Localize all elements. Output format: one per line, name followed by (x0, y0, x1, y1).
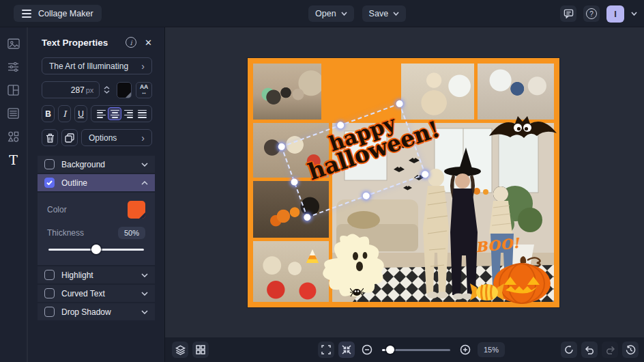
refresh-icon (564, 345, 574, 354)
zoom-level-indicator[interactable]: 15% (478, 342, 505, 357)
sidebar-item-text[interactable]: T (2, 149, 25, 171)
align-left-button[interactable] (94, 107, 108, 120)
chevron-down-icon (141, 292, 148, 296)
candy-wrapper-sticker[interactable] (470, 282, 504, 303)
sidebar-item-templates[interactable] (2, 102, 25, 124)
grid-icon (196, 345, 205, 354)
history-button[interactable] (622, 342, 639, 358)
feedback-button[interactable] (560, 5, 576, 22)
align-left-icon (97, 110, 106, 118)
delete-button[interactable] (42, 129, 58, 146)
fullscreen-button[interactable] (318, 342, 334, 358)
curved-text-checkbox[interactable] (44, 288, 55, 298)
photo-cell-pumpkin-carving[interactable] (253, 181, 329, 238)
fit-to-screen-button[interactable] (338, 342, 355, 358)
duplicate-button[interactable] (61, 129, 78, 146)
layout-icon (8, 85, 19, 96)
open-button[interactable]: Open (308, 5, 354, 22)
section-highlight[interactable]: Highlight (38, 266, 155, 283)
spider-sticker[interactable] (350, 286, 364, 297)
collapse-icon (342, 345, 351, 354)
align-right-icon (124, 110, 133, 118)
help-icon: ? (586, 8, 597, 19)
text-tool-icon: T (9, 152, 18, 167)
layers-button[interactable] (172, 342, 188, 358)
chevron-right-icon: › (141, 61, 145, 71)
alignment-group (91, 105, 152, 122)
chevron-up-icon (141, 181, 148, 185)
account-chevron-down-icon[interactable] (631, 12, 637, 16)
chevron-down-icon (141, 163, 148, 167)
outline-section-body: Color Thickness 50% (38, 193, 155, 265)
section-curved-text[interactable]: Curved Text (38, 285, 155, 302)
panel-title: Text Properties (42, 38, 126, 48)
stepper-down-icon (104, 90, 110, 94)
align-center-button[interactable] (108, 107, 121, 120)
align-center-icon (111, 110, 119, 118)
undo-button[interactable] (581, 342, 598, 358)
align-right-button[interactable] (121, 107, 135, 120)
align-justify-button[interactable] (135, 107, 149, 120)
info-icon[interactable]: i (126, 37, 136, 48)
app-title: Collage Maker (38, 9, 93, 18)
font-size-input[interactable]: 287 px (42, 81, 100, 98)
underline-button[interactable]: U (74, 105, 87, 122)
photo-cell-family-group[interactable] (253, 64, 321, 120)
bottom-toolbar: 15% (165, 337, 644, 362)
undo-icon (585, 346, 595, 354)
collage-artboard[interactable]: BOO! (248, 58, 559, 307)
editor-canvas[interactable]: BOO! (165, 27, 644, 337)
text-color-swatch[interactable] (117, 82, 132, 98)
thickness-value: 50% (118, 227, 145, 239)
check-icon (46, 180, 53, 185)
top-bar: Collage Maker Open Save ? I (0, 0, 644, 27)
font-family-select[interactable]: The Art of Illuminating › (42, 57, 152, 74)
outline-color-swatch[interactable] (128, 201, 145, 219)
close-icon[interactable]: ✕ (145, 38, 152, 48)
chevron-down-icon (141, 273, 148, 277)
sidebar-item-images[interactable] (2, 33, 25, 55)
sidebar-item-layout[interactable] (2, 79, 25, 101)
main-menu-button[interactable]: Collage Maker (14, 5, 102, 22)
photo-cell-plaid-man[interactable] (478, 64, 554, 120)
stepper-up-icon (104, 86, 110, 89)
chevron-down-icon (341, 12, 347, 16)
options-select[interactable]: Options › (81, 129, 152, 146)
sidebar-item-shapes[interactable] (2, 126, 25, 148)
account-avatar[interactable]: I (606, 5, 624, 23)
outline-checkbox[interactable] (44, 178, 55, 188)
list-template-icon (8, 108, 19, 119)
font-size-stepper[interactable] (104, 86, 113, 94)
chat-icon (564, 9, 574, 18)
zoom-in-button[interactable] (457, 342, 473, 358)
zoom-slider[interactable] (382, 345, 450, 354)
text-properties-panel: Text Properties i ✕ The Art of Illuminat… (28, 27, 165, 362)
zoom-out-button[interactable] (359, 342, 375, 358)
redo-button[interactable] (602, 342, 618, 358)
candy-corn-sticker[interactable] (306, 249, 319, 263)
bold-button[interactable]: B (42, 105, 55, 122)
background-checkbox[interactable] (44, 159, 55, 169)
drop-shadow-checkbox[interactable] (44, 307, 55, 317)
grid-layout-button[interactable] (192, 342, 209, 358)
photo-cell-witch-wrapping[interactable] (325, 64, 398, 120)
thickness-slider-thumb[interactable] (91, 245, 101, 254)
letter-spacing-button[interactable]: AA ↔ (136, 82, 152, 98)
help-button[interactable]: ? (583, 5, 600, 22)
save-button[interactable]: Save (362, 5, 407, 22)
reset-button[interactable] (561, 342, 577, 358)
italic-button[interactable]: I (58, 105, 71, 122)
expand-icon (321, 345, 331, 354)
thickness-slider[interactable] (48, 245, 144, 254)
zoom-in-icon (460, 344, 471, 355)
sliders-icon (8, 61, 19, 72)
highlight-checkbox[interactable] (44, 270, 55, 280)
section-drop-shadow[interactable]: Drop Shadow (38, 303, 155, 320)
section-background[interactable]: Background (38, 156, 155, 173)
zoom-slider-thumb[interactable] (386, 346, 394, 354)
redo-icon (605, 346, 615, 354)
sidebar-item-adjustments[interactable] (2, 56, 25, 78)
bat-sticker[interactable] (488, 113, 558, 147)
section-outline[interactable]: Outline (38, 174, 155, 191)
align-justify-icon (138, 110, 147, 118)
